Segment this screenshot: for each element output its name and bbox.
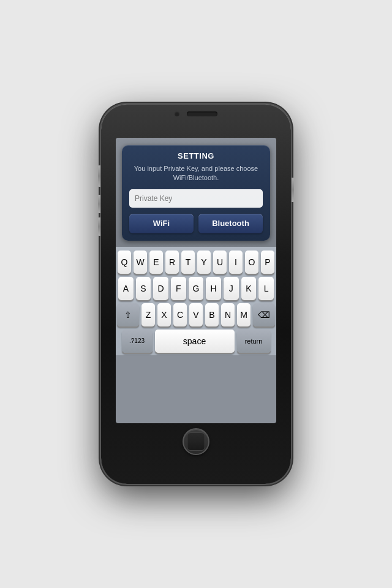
key-o[interactable]: O	[245, 251, 258, 274]
home-button-inner	[187, 432, 205, 451]
key-c[interactable]: C	[173, 303, 187, 326]
key-l[interactable]: L	[258, 277, 274, 300]
keyboard-row-2: A S D F G H J K L	[118, 277, 274, 300]
key-d[interactable]: D	[153, 277, 168, 300]
keyboard-row-3: ⇧ Z X C V B N M ⌫	[118, 303, 274, 326]
camera	[175, 111, 179, 116]
key-i[interactable]: I	[229, 251, 243, 274]
dialog-message: You input Private Key, and please choose…	[129, 164, 263, 183]
key-z[interactable]: Z	[141, 303, 155, 326]
key-s[interactable]: S	[136, 277, 151, 300]
keyboard-row-4: .?123 space return	[118, 330, 274, 353]
key-g[interactable]: G	[189, 277, 204, 300]
phone-top-bar	[175, 111, 217, 116]
speaker	[187, 111, 217, 116]
key-n[interactable]: N	[221, 303, 235, 326]
key-t[interactable]: T	[181, 251, 195, 274]
dialog-buttons: WiFi Bluetooth	[129, 214, 263, 233]
key-u[interactable]: U	[213, 251, 227, 274]
home-button[interactable]	[183, 428, 209, 455]
key-p[interactable]: P	[261, 251, 274, 274]
phone-frame: SETTING You input Private Key, and pleas…	[101, 104, 291, 484]
key-q[interactable]: Q	[118, 251, 131, 274]
key-x[interactable]: X	[157, 303, 171, 326]
key-w[interactable]: W	[134, 251, 147, 274]
key-e[interactable]: E	[149, 251, 163, 274]
power-button[interactable]	[292, 178, 294, 202]
key-k[interactable]: K	[241, 277, 257, 300]
phone-screen: SETTING You input Private Key, and pleas…	[116, 138, 276, 423]
key-v[interactable]: V	[189, 303, 203, 326]
private-key-input[interactable]	[129, 189, 263, 208]
key-f[interactable]: F	[171, 277, 186, 300]
shift-key[interactable]: ⇧	[117, 303, 139, 326]
space-key[interactable]: space	[155, 330, 235, 353]
key-r[interactable]: R	[165, 251, 179, 274]
backspace-key[interactable]: ⌫	[253, 303, 275, 326]
key-j[interactable]: J	[224, 277, 239, 300]
keyboard: Q W E R T Y U I O P A S D F G H J K	[116, 247, 276, 355]
key-m[interactable]: M	[237, 303, 251, 326]
dialog-title: SETTING	[129, 151, 263, 160]
volume-up-button[interactable]	[98, 195, 100, 213]
key-h[interactable]: H	[206, 277, 221, 300]
key-a[interactable]: A	[118, 277, 134, 300]
bluetooth-button[interactable]: Bluetooth	[198, 214, 263, 233]
dialog-area: SETTING You input Private Key, and pleas…	[116, 138, 276, 247]
volume-down-button[interactable]	[98, 217, 100, 236]
dialog-box: SETTING You input Private Key, and pleas…	[122, 145, 270, 241]
key-b[interactable]: B	[205, 303, 219, 326]
numbers-key[interactable]: .?123	[122, 330, 153, 353]
return-key[interactable]: return	[237, 330, 271, 353]
keyboard-row-1: Q W E R T Y U I O P	[118, 251, 274, 274]
wifi-button[interactable]: WiFi	[129, 214, 194, 233]
key-y[interactable]: Y	[197, 251, 211, 274]
